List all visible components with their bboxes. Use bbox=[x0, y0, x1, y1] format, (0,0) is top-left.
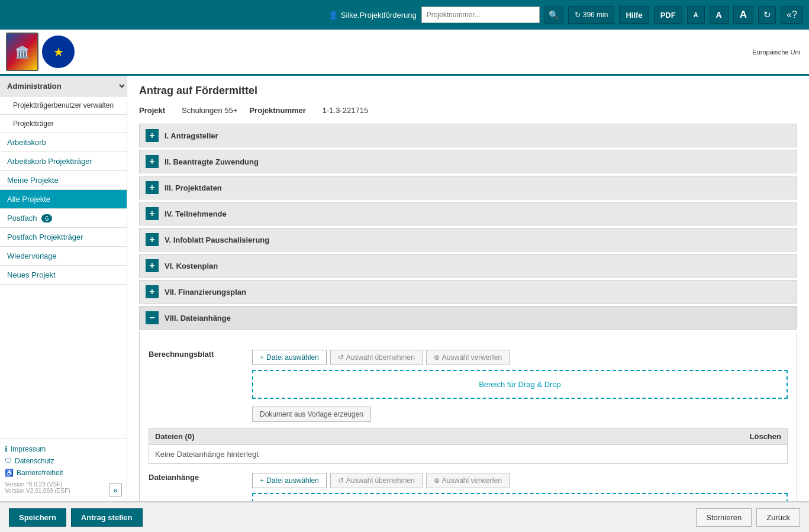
submit-button[interactable]: Antrag stellen bbox=[71, 508, 143, 527]
cancel-button[interactable]: Stornieren bbox=[696, 508, 752, 527]
projektnummer-label: Projektnummer bbox=[249, 106, 305, 115]
dateianhaenge-dragdrop[interactable]: Bereich für Drag & Drop bbox=[252, 493, 788, 501]
section-antragsteller[interactable]: + I. Antragsteller bbox=[139, 124, 797, 147]
accept-icon: ↺ bbox=[338, 353, 344, 362]
timer-button[interactable]: ↻ 396 min bbox=[568, 6, 615, 24]
sidebar-footer: ℹ Impressum 🛡 Datenschutz ♿ Barrierefrei… bbox=[0, 438, 127, 501]
sidebar-item-label: Wiedervorlage bbox=[7, 252, 57, 260]
dateianhaenge-accept-button[interactable]: ↺ Auswahl übernehmen bbox=[330, 473, 423, 488]
logo-area: 🏛️ ★ bbox=[6, 33, 118, 71]
content-area: Antrag auf Fördermittel Projekt Schulung… bbox=[127, 76, 809, 501]
sidebar-item-postfach[interactable]: Postfach 6 bbox=[0, 209, 127, 228]
section-infoblatt[interactable]: + V. Infoblatt Pauschalisierung bbox=[139, 228, 797, 252]
sidebar-item-postfach-pt[interactable]: Postfach Projektträger bbox=[0, 228, 127, 247]
section-toggle-infoblatt[interactable]: + bbox=[146, 233, 159, 246]
eu-label: Europäische Uni bbox=[752, 49, 803, 56]
section-title-kostenplan: VI. Kostenplan bbox=[165, 262, 218, 270]
files-count-label: Dateien (0) bbox=[155, 432, 194, 441]
berechnungsblatt-accept-button[interactable]: ↺ Auswahl übernehmen bbox=[330, 350, 423, 365]
user-icon: 👤 bbox=[328, 11, 338, 20]
sidebar-item-label: Projektträgerbenutzer verwalten bbox=[13, 101, 114, 109]
save-button[interactable]: Speichern bbox=[9, 508, 66, 527]
back-nav-button[interactable]: «? bbox=[781, 6, 803, 24]
section-projektdaten[interactable]: + III. Projektdaten bbox=[139, 176, 797, 199]
dateianhaenge-label: Dateianhänge bbox=[149, 473, 243, 482]
section-toggle-antragsteller[interactable]: + bbox=[146, 129, 159, 142]
sidebar-item-label: Postfach bbox=[7, 214, 37, 223]
bottom-left-actions: Speichern Antrag stellen bbox=[9, 508, 143, 527]
section-beantragte-zuwendung[interactable]: + II. Beantragte Zuwendung bbox=[139, 150, 797, 173]
sidebar-item-arbeitskorb-pt[interactable]: Arbeitskorb Projektträger bbox=[0, 152, 127, 171]
bottom-bar: Speichern Antrag stellen Stornieren Zurü… bbox=[0, 501, 809, 532]
section-title-antragsteller: I. Antragsteller bbox=[165, 131, 218, 140]
datenschutz-label: Datenschutz bbox=[15, 457, 54, 465]
section-teilnehmende[interactable]: + IV. Teilnehmende bbox=[139, 202, 797, 225]
section-dateianhaenge[interactable]: − VIII. Dateianhänge bbox=[139, 306, 797, 330]
discard-label2: Auswahl verwerfen bbox=[442, 476, 502, 485]
refresh-button[interactable]: ↻ bbox=[758, 6, 776, 24]
font-large-button[interactable]: A bbox=[733, 6, 753, 24]
sidebar-item-neues-projekt[interactable]: Neues Projekt bbox=[0, 266, 127, 285]
drag-drop-label: Bereich für Drag & Drop bbox=[479, 380, 561, 389]
barrierefreiheit-link[interactable]: ♿ Barrierefreiheit bbox=[5, 467, 122, 479]
no-files-text: Keine Dateianhänge hinterlegt bbox=[155, 450, 259, 459]
files-table-header: Dateien (0) Löschen bbox=[149, 428, 788, 445]
discard-icon: ⊗ bbox=[434, 353, 440, 362]
sidebar-item-label: Arbeitskorb bbox=[7, 138, 46, 147]
dateianhaenge-discard-button[interactable]: ⊗ Auswahl verwerfen bbox=[426, 473, 510, 488]
sidebar-item-projekttraeger[interactable]: Projektträger bbox=[0, 115, 127, 133]
page-title: Antrag auf Fördermittel bbox=[139, 85, 797, 97]
datenschutz-link[interactable]: 🛡 Datenschutz bbox=[5, 455, 122, 467]
sidebar-item-wiedervorlage[interactable]: Wiedervorlage bbox=[0, 247, 127, 266]
pdf-button[interactable]: PDF bbox=[654, 6, 682, 24]
sidebar-collapse-button[interactable]: « bbox=[109, 483, 122, 496]
sidebar-item-label: Alle Projekte bbox=[7, 195, 50, 204]
sidebar: Administration Projektträgerbenutzer ver… bbox=[0, 76, 127, 501]
project-value: Schulungen 55+ bbox=[182, 106, 237, 115]
user-info: 👤 Silke.Projektförderung bbox=[328, 11, 417, 20]
section-finanzierungsplan[interactable]: + VII. Finanzierungsplan bbox=[139, 280, 797, 304]
coat-of-arms: 🏛️ bbox=[6, 33, 38, 71]
section-title-infoblatt: V. Infoblatt Pauschalisierung bbox=[165, 236, 269, 244]
berechnungsblatt-label: Berechnungsblatt bbox=[149, 350, 243, 359]
dateianhaenge-select-button[interactable]: + Datei auswählen bbox=[252, 473, 327, 488]
section-toggle-zuwendung[interactable]: + bbox=[146, 155, 159, 168]
project-label: Projekt bbox=[139, 106, 165, 115]
berechnungsblatt-controls: + Datei auswählen ↺ Auswahl übernehmen ⊗… bbox=[252, 350, 788, 422]
sidebar-item-projekttraegerbenutzer[interactable]: Projektträgerbenutzer verwalten bbox=[0, 96, 127, 115]
font-small-button[interactable]: A bbox=[687, 6, 705, 24]
hilfe-button[interactable]: Hilfe bbox=[619, 6, 649, 24]
section-toggle-finanzierungsplan[interactable]: + bbox=[146, 285, 159, 298]
dateianhaenge-buttons: + Datei auswählen ↺ Auswahl übernehmen ⊗… bbox=[252, 473, 788, 488]
berechnungsblatt-discard-button[interactable]: ⊗ Auswahl verwerfen bbox=[426, 350, 510, 365]
font-med-button[interactable]: A bbox=[710, 6, 729, 24]
dateianhaenge-upload-row: Dateianhänge + Datei auswählen ↺ Auswahl… bbox=[149, 473, 788, 501]
project-number-input[interactable] bbox=[421, 7, 540, 23]
impressum-link[interactable]: ℹ Impressum bbox=[5, 443, 122, 455]
sidebar-item-label: Projektträger bbox=[13, 120, 54, 128]
sidebar-item-arbeitskorb[interactable]: Arbeitskorb bbox=[0, 133, 127, 152]
berechnungsblatt-buttons: + Datei auswählen ↺ Auswahl übernehmen ⊗… bbox=[252, 350, 788, 365]
berechnungsblatt-dragdrop[interactable]: Bereich für Drag & Drop bbox=[252, 370, 788, 399]
delete-label[interactable]: Löschen bbox=[750, 432, 781, 441]
back-button[interactable]: Zurück bbox=[756, 508, 800, 527]
section-toggle-kostenplan[interactable]: + bbox=[146, 259, 159, 272]
discard-icon2: ⊗ bbox=[434, 476, 440, 485]
doc-template-label: Dokument aus Vorlage erzeugen bbox=[260, 410, 363, 418]
section-toggle-teilnehmende[interactable]: + bbox=[146, 207, 159, 220]
sidebar-item-label: Meine Projekte bbox=[7, 176, 59, 185]
administration-dropdown[interactable]: Administration bbox=[0, 76, 127, 96]
search-button[interactable]: 🔍 bbox=[544, 6, 563, 24]
administration-select[interactable]: Administration bbox=[0, 76, 127, 96]
berechnungsblatt-select-button[interactable]: + Datei auswählen bbox=[252, 350, 327, 365]
section-toggle-dateianhaenge[interactable]: − bbox=[146, 311, 159, 324]
doc-from-template-button[interactable]: Dokument aus Vorlage erzeugen bbox=[252, 407, 371, 422]
section-kostenplan[interactable]: + VI. Kostenplan bbox=[139, 254, 797, 278]
section-toggle-projektdaten[interactable]: + bbox=[146, 181, 159, 194]
sidebar-item-label: Arbeitskorb Projektträger bbox=[7, 157, 92, 166]
select-file-label2: Datei auswählen bbox=[266, 476, 319, 485]
no-files-row: Keine Dateianhänge hinterlegt bbox=[149, 445, 788, 464]
sidebar-item-meine-projekte[interactable]: Meine Projekte bbox=[0, 171, 127, 190]
bottom-right-actions: Stornieren Zurück bbox=[696, 508, 800, 527]
sidebar-item-alle-projekte[interactable]: Alle Projekte bbox=[0, 190, 127, 209]
